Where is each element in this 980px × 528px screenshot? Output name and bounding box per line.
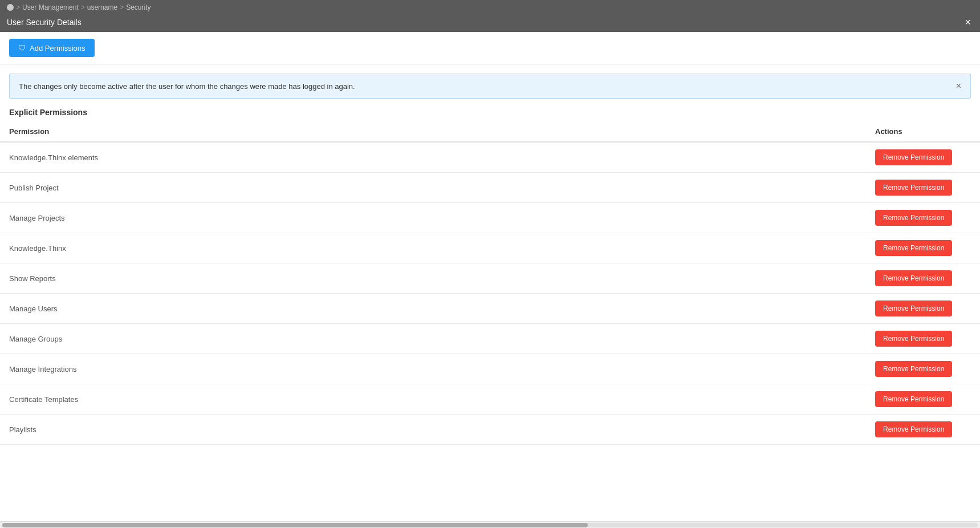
- table-row: Manage IntegrationsRemove Permission: [0, 354, 980, 384]
- permission-cell: Knowledge.Thinx elements: [0, 142, 866, 173]
- breadcrumb-separator-2: >: [81, 3, 85, 11]
- breadcrumb-security: Security: [126, 3, 151, 11]
- col-header-permission: Permission: [0, 121, 866, 142]
- permission-cell: Manage Projects: [0, 203, 866, 233]
- action-cell: Remove Permission: [866, 263, 980, 294]
- table-row: PlaylistsRemove Permission: [0, 415, 980, 445]
- breadcrumb-user-management: User Management: [22, 3, 79, 11]
- remove-permission-button[interactable]: Remove Permission: [875, 421, 952, 437]
- table-row: Knowledge.ThinxRemove Permission: [0, 233, 980, 263]
- permissions-table: Permission Actions Knowledge.Thinx eleme…: [0, 121, 980, 445]
- permission-cell: Manage Users: [0, 294, 866, 324]
- table-row: Manage UsersRemove Permission: [0, 294, 980, 324]
- action-cell: Remove Permission: [866, 415, 980, 445]
- permission-cell: Manage Integrations: [0, 354, 866, 384]
- breadcrumb-separator-1: >: [16, 3, 20, 11]
- window-title-row: User Security Details ×: [0, 15, 980, 32]
- table-row: Certificate TemplatesRemove Permission: [0, 384, 980, 415]
- table-row: Knowledge.Thinx elementsRemove Permissio…: [0, 142, 980, 173]
- table-row: Manage GroupsRemove Permission: [0, 324, 980, 354]
- remove-permission-button[interactable]: Remove Permission: [875, 149, 952, 165]
- permission-cell: Show Reports: [0, 263, 866, 294]
- permission-cell: Publish Project: [0, 173, 866, 203]
- remove-permission-button[interactable]: Remove Permission: [875, 240, 952, 256]
- remove-permission-button[interactable]: Remove Permission: [875, 361, 952, 377]
- table-row: Manage ProjectsRemove Permission: [0, 203, 980, 233]
- action-cell: Remove Permission: [866, 324, 980, 354]
- info-banner: The changes only become active after the…: [9, 74, 971, 99]
- remove-permission-button[interactable]: Remove Permission: [875, 391, 952, 407]
- remove-permission-button[interactable]: Remove Permission: [875, 270, 952, 286]
- action-cell: Remove Permission: [866, 354, 980, 384]
- permission-cell: Certificate Templates: [0, 384, 866, 415]
- action-cell: Remove Permission: [866, 294, 980, 324]
- horizontal-scrollbar[interactable]: [0, 521, 980, 528]
- table-row: Publish ProjectRemove Permission: [0, 173, 980, 203]
- add-permissions-button[interactable]: 🛡 Add Permissions: [9, 39, 95, 57]
- action-cell: Remove Permission: [866, 233, 980, 263]
- remove-permission-button[interactable]: Remove Permission: [875, 331, 952, 347]
- permission-cell: Knowledge.Thinx: [0, 233, 866, 263]
- toolbar: 🛡 Add Permissions: [0, 32, 980, 64]
- title-bar: > User Management > username > Security …: [0, 0, 980, 32]
- remove-permission-button[interactable]: Remove Permission: [875, 210, 952, 226]
- remove-permission-button[interactable]: Remove Permission: [875, 180, 952, 196]
- home-icon: [7, 4, 14, 11]
- close-button[interactable]: ×: [962, 17, 973, 27]
- scrollbar-track: [2, 523, 978, 527]
- main-window: > User Management > username > Security …: [0, 0, 980, 528]
- add-permissions-label: Add Permissions: [30, 44, 86, 52]
- breadcrumb-username: username: [87, 3, 117, 11]
- action-cell: Remove Permission: [866, 142, 980, 173]
- window-title: User Security Details: [7, 18, 82, 27]
- col-header-actions: Actions: [866, 121, 980, 142]
- permission-cell: Playlists: [0, 415, 866, 445]
- info-banner-message: The changes only become active after the…: [19, 82, 355, 91]
- shield-icon: 🛡: [18, 43, 26, 52]
- remove-permission-button[interactable]: Remove Permission: [875, 300, 952, 316]
- action-cell: Remove Permission: [866, 173, 980, 203]
- action-cell: Remove Permission: [866, 203, 980, 233]
- table-header-row: Permission Actions: [0, 121, 980, 142]
- permission-cell: Manage Groups: [0, 324, 866, 354]
- breadcrumb: > User Management > username > Security: [0, 0, 980, 15]
- section-title: Explicit Permissions: [0, 99, 980, 121]
- scrollbar-thumb[interactable]: [2, 523, 588, 527]
- content-area: The changes only become active after the…: [0, 64, 980, 521]
- table-row: Show ReportsRemove Permission: [0, 263, 980, 294]
- close-banner-button[interactable]: ×: [956, 81, 961, 91]
- breadcrumb-separator-3: >: [120, 3, 124, 11]
- action-cell: Remove Permission: [866, 384, 980, 415]
